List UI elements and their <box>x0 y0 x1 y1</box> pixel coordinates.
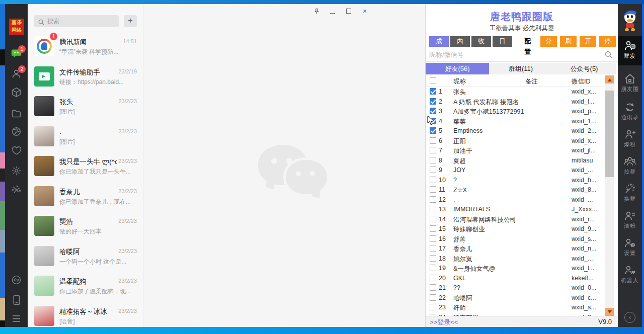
chat-list-item[interactable]: 精准拓客～冰冰 23/2/23 [语音] <box>28 301 143 327</box>
sidebar-item-add-fans[interactable]: 爆粉 <box>618 125 642 152</box>
plugin-tab-内容[interactable]: 内容 <box>450 36 470 47</box>
table-row[interactable]: 2 A 奶瓶 代发私聊 接冠名 wxid_l... <box>426 97 605 107</box>
cube-icon[interactable] <box>11 87 22 98</box>
table-row[interactable]: 22 哈喽阿 wxid_c... <box>426 293 605 303</box>
table-row[interactable]: 4 菜菜 wxid_1... <box>426 116 605 126</box>
table-row[interactable]: 12 . wxid_... <box>426 195 605 205</box>
table-row[interactable]: 5 Emptiness wxid_2... <box>426 126 605 136</box>
chat-list-item[interactable]: 温柔配狗 23/2/23 你已添加了温柔配狗，现... <box>28 271 143 301</box>
plugin-tab-刷新[interactable]: 刷新 <box>560 36 577 47</box>
scrollbar[interactable] <box>605 75 614 316</box>
row-checkbox[interactable] <box>430 245 436 252</box>
member-type-tab[interactable]: 群组(11) <box>489 63 552 74</box>
table-row[interactable]: 24 晴空万里 wxid_9... <box>426 312 605 316</box>
table-row[interactable]: 18 姚尔岚 wxid_... <box>426 254 605 264</box>
table-row[interactable]: 16 舒苒 wxid_s... <box>426 234 605 244</box>
chat-search[interactable] <box>34 15 119 27</box>
row-checkbox[interactable] <box>430 177 436 183</box>
row-checkbox[interactable] <box>430 255 436 262</box>
add-chat-button[interactable]: + <box>124 15 137 27</box>
login-link[interactable]: >>登录<< <box>430 318 458 327</box>
plugin-tab-开始[interactable]: 开始 <box>580 36 596 47</box>
row-checkbox[interactable] <box>430 166 436 173</box>
row-checkbox[interactable] <box>430 235 436 242</box>
sidebar-item-contacts-sync[interactable]: 通讯录 <box>618 98 642 125</box>
table-row[interactable]: 6 正阳 wxid_x... <box>426 136 605 146</box>
collapse-chevron-icon[interactable]: ‹ <box>624 312 635 323</box>
table-row[interactable]: 19 &一身仙女气@ wxid_l... <box>426 263 605 273</box>
table-row[interactable]: 11 Z☆X wxid_8... <box>426 185 605 195</box>
select-all-checkbox[interactable] <box>430 77 436 84</box>
table-row[interactable]: 20 GKL keke8... <box>426 273 605 283</box>
sidebar-item-moments[interactable]: 朋友圈 <box>618 69 642 97</box>
scroll-down-button[interactable] <box>605 308 614 316</box>
chat-list-item[interactable]: . 23/2/23 [图片] <box>28 121 143 151</box>
sidebar-item-clean-fans[interactable]: 清粉 <box>618 206 642 233</box>
maximize-button[interactable] <box>345 7 353 15</box>
plugin-tab-日志[interactable]: 日志 <box>493 36 512 47</box>
table-row[interactable]: 15 玲妹聊创业 wxid_9... <box>426 224 605 234</box>
scroll-up-button[interactable] <box>605 75 614 84</box>
chat-list-item[interactable]: 香奈儿 23/2/23 你已添加了香奈儿，现在... <box>28 181 143 211</box>
chat-list-item[interactable]: 我只是一头牛 ლ(^o 23/2/23 你已添加了我只是一头牛... <box>28 151 143 181</box>
table-row[interactable]: 3 A加多宝小斌15137729913 wxid_p... <box>426 106 605 116</box>
row-checkbox[interactable] <box>430 265 436 271</box>
row-checkbox[interactable] <box>430 225 436 232</box>
row-checkbox[interactable] <box>430 284 436 291</box>
sidebar-item-pull-group[interactable]: 拉群 <box>618 152 642 179</box>
row-checkbox[interactable] <box>430 147 436 153</box>
aperture-icon[interactable] <box>11 126 22 137</box>
table-row[interactable]: 23 纤陌 wxid_s... <box>426 302 605 312</box>
chat-list-item[interactable]: 腾讯新闻 14:51 “甲流”来袭 科学预防... 1 <box>28 31 143 61</box>
member-search-input[interactable] <box>426 48 602 60</box>
row-checkbox[interactable] <box>430 275 436 281</box>
scrollbar-thumb[interactable] <box>605 91 614 177</box>
sidebar-item-swap-group[interactable]: 换群 <box>618 179 642 206</box>
menu-icon[interactable] <box>11 313 22 324</box>
member-type-tab[interactable]: 好友(56) <box>426 63 489 74</box>
row-checkbox[interactable] <box>430 206 436 212</box>
plugin-tab-配置[interactable]: 配置 <box>518 36 537 47</box>
row-checkbox[interactable] <box>430 127 436 134</box>
plugin-tab-停止[interactable]: 停止 <box>599 36 616 47</box>
row-checkbox[interactable] <box>430 304 436 310</box>
phone-icon[interactable] <box>11 294 22 306</box>
row-checkbox[interactable] <box>430 88 436 95</box>
table-row[interactable]: 1 张头 wxid_x... <box>426 87 605 97</box>
row-checkbox[interactable] <box>430 216 436 222</box>
chat-list-item[interactable]: 张头 23/2/23 [图片] <box>28 91 143 121</box>
plugin-tab-成员[interactable]: 成员 <box>429 36 449 47</box>
sidebar-item-mass-send[interactable]: 群发 <box>618 36 642 65</box>
member-type-tab[interactable]: 公众号(5) <box>552 63 616 74</box>
video-channel-icon[interactable] <box>11 145 22 156</box>
close-button[interactable]: × <box>361 7 369 15</box>
table-row[interactable]: 8 夏超 mitilasu <box>426 155 605 165</box>
chat-list-item[interactable]: 文件传输助手 23/2/19 链接：https://pan.baid... <box>28 61 143 92</box>
sidebar-item-settings[interactable]: 设置 <box>618 233 642 261</box>
row-checkbox[interactable] <box>430 108 436 114</box>
member-search[interactable] <box>426 48 618 61</box>
row-checkbox[interactable] <box>430 157 436 163</box>
pin-icon[interactable] <box>312 7 320 15</box>
chat-list-item[interactable]: 哈喽阿 23/2/23 一个码一个小时 这个是... <box>28 241 143 271</box>
table-row[interactable]: 14 沿河琨睿网络科技公司 wxid_r... <box>426 214 605 224</box>
link-icon[interactable] <box>11 274 22 286</box>
chat-search-input[interactable] <box>34 15 119 27</box>
minimize-button[interactable] <box>329 7 337 15</box>
plugin-tab-收藏[interactable]: 收藏 <box>471 36 491 47</box>
row-checkbox[interactable] <box>430 294 436 301</box>
row-checkbox[interactable] <box>430 137 436 144</box>
chat-list-item[interactable]: 龑浩 23/2/23 做的好一天回本 <box>28 211 143 241</box>
table-row[interactable]: 9 JOY wxid_... <box>426 165 605 175</box>
table-row[interactable]: 17 香奈儿 wxid_n... <box>426 243 605 254</box>
table-row[interactable]: 10 ? wxid_h... <box>426 175 605 185</box>
folder-icon[interactable] <box>11 108 22 119</box>
row-checkbox[interactable] <box>430 98 436 105</box>
plugin-tab-分组[interactable]: 分组 <box>540 36 557 47</box>
row-checkbox[interactable] <box>430 186 436 193</box>
sidebar-item-robot[interactable]: 机器人 <box>618 261 642 288</box>
table-row[interactable]: 7 加油干 wxid_jl... <box>426 145 605 155</box>
table-row[interactable]: 13 IMMORTALS J_Xxxx... <box>426 204 605 214</box>
flower-icon[interactable] <box>11 165 22 177</box>
table-row[interactable]: 21 ?? wxid_0... <box>426 283 605 293</box>
